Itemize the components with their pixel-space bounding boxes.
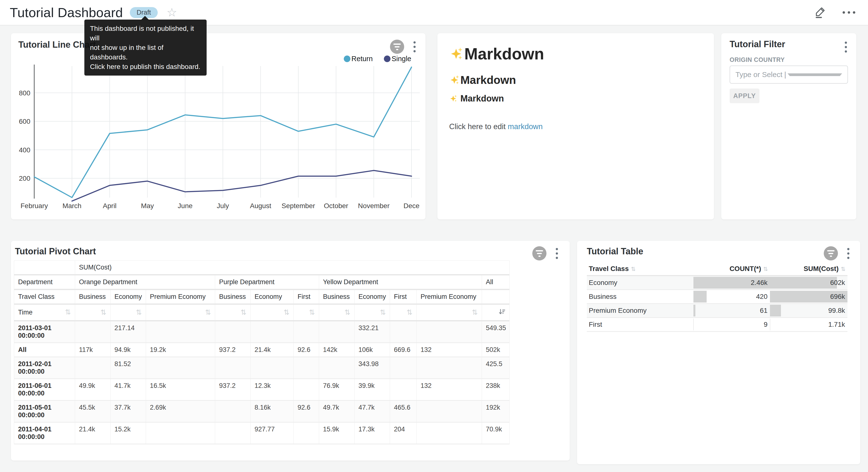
chart-menu-icon[interactable] <box>412 40 416 53</box>
sort-icon[interactable]: ⇅ <box>309 309 315 316</box>
pivot-cell: 49.7k <box>319 401 354 422</box>
pivot-cell: 17.3k <box>354 422 390 444</box>
topbar-actions <box>814 6 855 19</box>
pivot-cell: 15.9k <box>319 422 354 444</box>
sort-carets-icon[interactable]: ⇅ <box>841 266 845 272</box>
draft-tooltip: This dashboard is not published, it will… <box>84 20 207 76</box>
markdown-card[interactable]: Markdown Markdown Markdown Click here to… <box>437 33 714 219</box>
pivot-cell: 669.6 <box>390 343 416 357</box>
legend-dot-return <box>344 56 350 62</box>
pivot-class-header: Premium Economy <box>416 290 482 304</box>
pivot-cell: 37.7k <box>111 401 146 422</box>
ellipsis-menu-icon[interactable] <box>843 11 855 14</box>
sum-cell: 696k <box>770 290 847 304</box>
table-column-header[interactable]: SUM(Cost)⇅ <box>770 262 847 276</box>
svg-text:May: May <box>141 202 154 210</box>
markdown-edit-link[interactable]: markdown <box>508 122 543 131</box>
pivot-row-label: 2011-05-01 00:00:00 <box>14 401 75 422</box>
cell-value: 420 <box>693 290 770 303</box>
filter-indicator-icon[interactable] <box>824 246 838 261</box>
sort-icon[interactable]: ⇅ <box>205 309 211 316</box>
filter-menu-icon[interactable] <box>844 40 848 54</box>
pivot-cell: 21.4k <box>75 422 111 444</box>
favorite-star-icon[interactable]: ☆ <box>166 7 177 18</box>
pivot-class-header: First <box>390 290 416 304</box>
sort-icon[interactable]: ⇅ <box>100 309 106 316</box>
pivot-sort-cell: ⇅ <box>390 304 416 321</box>
legend-item-return[interactable]: Return <box>344 55 373 63</box>
svg-text:October: October <box>324 202 348 210</box>
legend-label: Single <box>392 55 411 63</box>
pivot-cell: 70.9k <box>482 422 509 444</box>
table-header-row: Travel Class⇅COUNT(*)⇅SUM(Cost)⇅ <box>587 262 847 276</box>
sparkles-icon <box>449 46 464 61</box>
pivot-row-label: 2011-03-01 00:00:00 <box>14 321 75 343</box>
sort-icon[interactable]: ⇅ <box>407 309 412 316</box>
pivot-cell: 502k <box>482 343 509 357</box>
table-row: First91.71k <box>587 318 847 332</box>
svg-text:September: September <box>282 202 315 210</box>
svg-text:November: November <box>358 202 390 210</box>
sparkles-icon <box>449 94 458 103</box>
pivot-cell: 106k <box>354 343 390 357</box>
pivot-cell: 49.9k <box>75 379 111 401</box>
travel-class-cell: First <box>587 318 693 332</box>
markdown-body: Markdown Markdown Markdown Click here to… <box>437 33 714 131</box>
pivot-cell <box>75 321 111 343</box>
pivot-class-header: First <box>293 290 319 304</box>
pivot-cell <box>251 321 293 343</box>
pivot-cell <box>146 321 215 343</box>
pivot-cell <box>146 357 215 379</box>
sort-icon[interactable]: ⇅ <box>344 309 350 316</box>
filter-card: Tutorial Filter ORIGIN COUNTRY Type or S… <box>721 33 856 219</box>
pivot-cell: 47.7k <box>354 401 390 422</box>
pivot-cell: 81.52 <box>111 357 146 379</box>
pivot-cell: 117k <box>75 343 111 357</box>
pivot-cell <box>416 357 482 379</box>
travel-class-cell: Business <box>587 290 693 304</box>
filter-card-title: Tutorial Filter <box>730 39 785 50</box>
sparkles-icon <box>449 75 460 86</box>
pivot-data-row: 2011-03-01 00:00:00217.14332.21549.35 <box>14 321 509 343</box>
tutorial-table: Travel Class⇅COUNT(*)⇅SUM(Cost)⇅Economy2… <box>587 262 847 332</box>
table-column-header[interactable]: COUNT(*)⇅ <box>693 262 770 276</box>
sort-icon[interactable]: ⇅ <box>241 309 246 316</box>
pivot-cell <box>416 422 482 444</box>
sort-carets-icon[interactable]: ⇅ <box>631 266 636 272</box>
pivot-sort-cell: ⇅ <box>416 304 482 321</box>
sort-icon[interactable]: ⇅ <box>472 309 478 316</box>
filter-indicator-icon[interactable] <box>532 246 547 261</box>
pivot-class-header: Premium Economy <box>146 290 215 304</box>
legend-item-single[interactable]: Single <box>384 55 411 63</box>
markdown-h3: Markdown <box>449 93 714 104</box>
pivot-cell: 425.5 <box>482 357 509 379</box>
table-column-header[interactable]: Travel Class⇅ <box>587 262 693 276</box>
sort-icon[interactable]: ⇅ <box>136 309 142 316</box>
chart-menu-icon[interactable] <box>555 247 559 260</box>
count-cell: 9 <box>693 318 770 332</box>
pivot-cell <box>293 357 319 379</box>
sort-icon[interactable]: ⇅ <box>380 309 386 316</box>
svg-text:June: June <box>178 202 193 210</box>
svg-text:August: August <box>250 202 271 210</box>
chart-menu-icon[interactable] <box>846 247 850 260</box>
pivot-all-header: All <box>482 275 509 290</box>
origin-country-label: ORIGIN COUNTRY <box>730 56 785 63</box>
sort-icon[interactable]: ⇅ <box>284 309 289 316</box>
pivot-sort-cell-all <box>482 304 509 321</box>
origin-country-select[interactable]: Type or Select [Origin Country] <box>730 65 848 84</box>
dashboard-page: { "header": { "title": "Tutorial Dashboa… <box>0 0 868 472</box>
apply-button[interactable]: APPLY <box>730 89 760 103</box>
cell-value: 2.46k <box>693 276 770 289</box>
sort-carets-icon[interactable]: ⇅ <box>763 266 768 272</box>
pivot-cell <box>416 401 482 422</box>
sort-descending-icon[interactable] <box>498 308 505 317</box>
pivot-department-header: Yellow Department <box>319 275 482 290</box>
edit-pencil-icon[interactable] <box>814 6 827 19</box>
travel-class-cell: Premium Economy <box>587 304 693 318</box>
sort-icon[interactable]: ⇅ <box>65 308 71 316</box>
tooltip-line[interactable]: Click here to publish this dashboard. <box>90 62 201 71</box>
pivot-cell <box>390 321 416 343</box>
filter-indicator-icon[interactable] <box>390 40 404 54</box>
cell-value: 9 <box>693 318 770 331</box>
